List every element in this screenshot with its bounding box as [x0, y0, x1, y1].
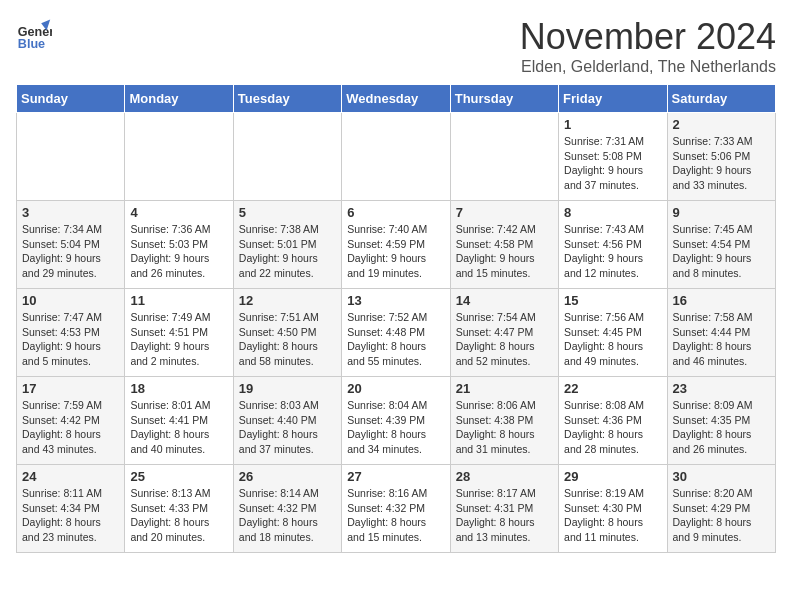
calendar-cell-empty: [125, 113, 233, 201]
day-header-friday: Friday: [559, 85, 667, 113]
day-number: 13: [347, 293, 444, 308]
day-number: 11: [130, 293, 227, 308]
day-number: 9: [673, 205, 770, 220]
page-header: General Blue November 2024 Elden, Gelder…: [16, 16, 776, 76]
calendar-cell-14: 14Sunrise: 7:54 AM Sunset: 4:47 PM Dayli…: [450, 289, 558, 377]
calendar-cell-21: 21Sunrise: 8:06 AM Sunset: 4:38 PM Dayli…: [450, 377, 558, 465]
logo-icon: General Blue: [16, 16, 52, 52]
day-header-thursday: Thursday: [450, 85, 558, 113]
day-info: Sunrise: 7:51 AM Sunset: 4:50 PM Dayligh…: [239, 310, 336, 369]
calendar-cell-11: 11Sunrise: 7:49 AM Sunset: 4:51 PM Dayli…: [125, 289, 233, 377]
logo: General Blue: [16, 16, 52, 52]
day-number: 1: [564, 117, 661, 132]
calendar-cell-2: 2Sunrise: 7:33 AM Sunset: 5:06 PM Daylig…: [667, 113, 775, 201]
day-number: 3: [22, 205, 119, 220]
day-number: 18: [130, 381, 227, 396]
calendar-cell-19: 19Sunrise: 8:03 AM Sunset: 4:40 PM Dayli…: [233, 377, 341, 465]
day-number: 22: [564, 381, 661, 396]
day-info: Sunrise: 7:58 AM Sunset: 4:44 PM Dayligh…: [673, 310, 770, 369]
day-number: 8: [564, 205, 661, 220]
day-info: Sunrise: 8:09 AM Sunset: 4:35 PM Dayligh…: [673, 398, 770, 457]
calendar-cell-24: 24Sunrise: 8:11 AM Sunset: 4:34 PM Dayli…: [17, 465, 125, 553]
calendar-week-2: 3Sunrise: 7:34 AM Sunset: 5:04 PM Daylig…: [17, 201, 776, 289]
month-title: November 2024: [520, 16, 776, 58]
day-number: 5: [239, 205, 336, 220]
day-info: Sunrise: 7:56 AM Sunset: 4:45 PM Dayligh…: [564, 310, 661, 369]
day-info: Sunrise: 7:59 AM Sunset: 4:42 PM Dayligh…: [22, 398, 119, 457]
calendar-cell-12: 12Sunrise: 7:51 AM Sunset: 4:50 PM Dayli…: [233, 289, 341, 377]
day-info: Sunrise: 8:17 AM Sunset: 4:31 PM Dayligh…: [456, 486, 553, 545]
day-info: Sunrise: 7:45 AM Sunset: 4:54 PM Dayligh…: [673, 222, 770, 281]
day-info: Sunrise: 8:08 AM Sunset: 4:36 PM Dayligh…: [564, 398, 661, 457]
day-number: 27: [347, 469, 444, 484]
day-info: Sunrise: 8:04 AM Sunset: 4:39 PM Dayligh…: [347, 398, 444, 457]
calendar-cell-10: 10Sunrise: 7:47 AM Sunset: 4:53 PM Dayli…: [17, 289, 125, 377]
calendar-cell-26: 26Sunrise: 8:14 AM Sunset: 4:32 PM Dayli…: [233, 465, 341, 553]
calendar-cell-29: 29Sunrise: 8:19 AM Sunset: 4:30 PM Dayli…: [559, 465, 667, 553]
day-info: Sunrise: 8:13 AM Sunset: 4:33 PM Dayligh…: [130, 486, 227, 545]
day-number: 6: [347, 205, 444, 220]
day-number: 20: [347, 381, 444, 396]
day-header-tuesday: Tuesday: [233, 85, 341, 113]
calendar-cell-6: 6Sunrise: 7:40 AM Sunset: 4:59 PM Daylig…: [342, 201, 450, 289]
day-number: 7: [456, 205, 553, 220]
day-info: Sunrise: 7:42 AM Sunset: 4:58 PM Dayligh…: [456, 222, 553, 281]
day-info: Sunrise: 8:16 AM Sunset: 4:32 PM Dayligh…: [347, 486, 444, 545]
day-info: Sunrise: 7:47 AM Sunset: 4:53 PM Dayligh…: [22, 310, 119, 369]
day-info: Sunrise: 7:43 AM Sunset: 4:56 PM Dayligh…: [564, 222, 661, 281]
calendar-cell-28: 28Sunrise: 8:17 AM Sunset: 4:31 PM Dayli…: [450, 465, 558, 553]
day-info: Sunrise: 7:36 AM Sunset: 5:03 PM Dayligh…: [130, 222, 227, 281]
calendar-cell-9: 9Sunrise: 7:45 AM Sunset: 4:54 PM Daylig…: [667, 201, 775, 289]
day-header-monday: Monday: [125, 85, 233, 113]
calendar-cell-empty: [17, 113, 125, 201]
calendar-table: SundayMondayTuesdayWednesdayThursdayFrid…: [16, 84, 776, 553]
calendar-cell-22: 22Sunrise: 8:08 AM Sunset: 4:36 PM Dayli…: [559, 377, 667, 465]
calendar-cell-27: 27Sunrise: 8:16 AM Sunset: 4:32 PM Dayli…: [342, 465, 450, 553]
day-info: Sunrise: 8:14 AM Sunset: 4:32 PM Dayligh…: [239, 486, 336, 545]
calendar-cell-3: 3Sunrise: 7:34 AM Sunset: 5:04 PM Daylig…: [17, 201, 125, 289]
day-info: Sunrise: 8:03 AM Sunset: 4:40 PM Dayligh…: [239, 398, 336, 457]
day-info: Sunrise: 7:31 AM Sunset: 5:08 PM Dayligh…: [564, 134, 661, 193]
day-info: Sunrise: 8:11 AM Sunset: 4:34 PM Dayligh…: [22, 486, 119, 545]
day-info: Sunrise: 7:40 AM Sunset: 4:59 PM Dayligh…: [347, 222, 444, 281]
calendar-week-3: 10Sunrise: 7:47 AM Sunset: 4:53 PM Dayli…: [17, 289, 776, 377]
day-number: 30: [673, 469, 770, 484]
calendar-cell-5: 5Sunrise: 7:38 AM Sunset: 5:01 PM Daylig…: [233, 201, 341, 289]
day-number: 2: [673, 117, 770, 132]
calendar-cell-4: 4Sunrise: 7:36 AM Sunset: 5:03 PM Daylig…: [125, 201, 233, 289]
svg-text:Blue: Blue: [18, 37, 45, 51]
day-number: 4: [130, 205, 227, 220]
day-info: Sunrise: 7:38 AM Sunset: 5:01 PM Dayligh…: [239, 222, 336, 281]
day-info: Sunrise: 7:52 AM Sunset: 4:48 PM Dayligh…: [347, 310, 444, 369]
location-title: Elden, Gelderland, The Netherlands: [520, 58, 776, 76]
day-info: Sunrise: 7:33 AM Sunset: 5:06 PM Dayligh…: [673, 134, 770, 193]
day-number: 17: [22, 381, 119, 396]
calendar-cell-empty: [450, 113, 558, 201]
day-info: Sunrise: 8:20 AM Sunset: 4:29 PM Dayligh…: [673, 486, 770, 545]
day-number: 28: [456, 469, 553, 484]
title-block: November 2024 Elden, Gelderland, The Net…: [520, 16, 776, 76]
calendar-cell-8: 8Sunrise: 7:43 AM Sunset: 4:56 PM Daylig…: [559, 201, 667, 289]
calendar-week-5: 24Sunrise: 8:11 AM Sunset: 4:34 PM Dayli…: [17, 465, 776, 553]
day-info: Sunrise: 7:49 AM Sunset: 4:51 PM Dayligh…: [130, 310, 227, 369]
day-number: 21: [456, 381, 553, 396]
day-header-saturday: Saturday: [667, 85, 775, 113]
calendar-cell-23: 23Sunrise: 8:09 AM Sunset: 4:35 PM Dayli…: [667, 377, 775, 465]
calendar-header-row: SundayMondayTuesdayWednesdayThursdayFrid…: [17, 85, 776, 113]
calendar-cell-13: 13Sunrise: 7:52 AM Sunset: 4:48 PM Dayli…: [342, 289, 450, 377]
calendar-cell-7: 7Sunrise: 7:42 AM Sunset: 4:58 PM Daylig…: [450, 201, 558, 289]
calendar-cell-16: 16Sunrise: 7:58 AM Sunset: 4:44 PM Dayli…: [667, 289, 775, 377]
calendar-cell-30: 30Sunrise: 8:20 AM Sunset: 4:29 PM Dayli…: [667, 465, 775, 553]
day-number: 23: [673, 381, 770, 396]
calendar-week-1: 1Sunrise: 7:31 AM Sunset: 5:08 PM Daylig…: [17, 113, 776, 201]
day-number: 19: [239, 381, 336, 396]
calendar-cell-25: 25Sunrise: 8:13 AM Sunset: 4:33 PM Dayli…: [125, 465, 233, 553]
day-number: 29: [564, 469, 661, 484]
calendar-week-4: 17Sunrise: 7:59 AM Sunset: 4:42 PM Dayli…: [17, 377, 776, 465]
day-info: Sunrise: 8:19 AM Sunset: 4:30 PM Dayligh…: [564, 486, 661, 545]
calendar-cell-1: 1Sunrise: 7:31 AM Sunset: 5:08 PM Daylig…: [559, 113, 667, 201]
day-number: 16: [673, 293, 770, 308]
day-number: 15: [564, 293, 661, 308]
day-info: Sunrise: 8:01 AM Sunset: 4:41 PM Dayligh…: [130, 398, 227, 457]
day-number: 12: [239, 293, 336, 308]
